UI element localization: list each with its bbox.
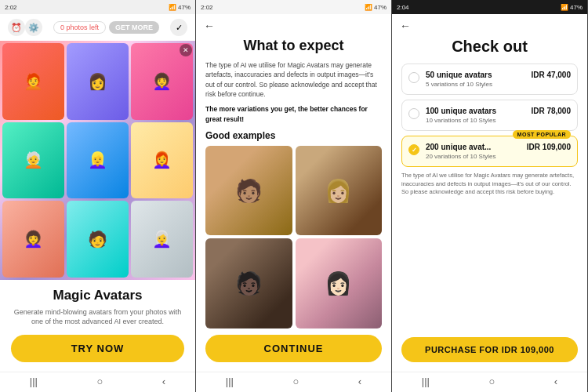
close-button[interactable]: ✕ (180, 44, 192, 56)
avatar-cell-7: 👩‍🦱 (2, 201, 64, 278)
photos-left-badge: 0 photos left (53, 21, 106, 34)
status-time-1: 2:02 (5, 4, 17, 11)
status-bar-1: 2:02 📶 47% (0, 0, 195, 14)
status-bar-3: 2:04 📶 47% (392, 0, 587, 14)
radio-1[interactable] (408, 72, 419, 83)
example-cell-3: 🧑🏿 (205, 238, 292, 328)
pricing-name-1: 50 unique avatars (426, 71, 492, 79)
status-icons-2: 📶 47% (365, 4, 387, 11)
phone3-header: ← (392, 14, 587, 38)
avatar-cell-2: 👩 (67, 43, 129, 120)
avatar-cell-1: 🧑‍🦰 (2, 43, 64, 120)
try-now-button[interactable]: TRY NOW (11, 335, 184, 362)
continue-button[interactable]: CONTINUE (205, 335, 382, 362)
status-bar-2: 2:02 📶 47% (196, 0, 391, 14)
check-icon[interactable]: ✓ (170, 19, 187, 36)
pricing-info-3: 200 unique avat... IDR 109,000 20 variat… (426, 143, 571, 160)
pricing-name-3: 200 unique avat... (426, 143, 491, 151)
status-icons-3: 📶 47% (561, 4, 583, 11)
top-bar-1: ⏰ ⚙️ 0 photos left GET MORE ✓ (0, 14, 195, 41)
pricing-info-2: 100 unique avatars IDR 78,000 10 variati… (426, 107, 571, 124)
pricing-info-1: 50 unique avatars IDR 47,000 5 variation… (426, 71, 571, 88)
example-cell-4: 👩🏻 (296, 238, 383, 328)
phone2-footer: CONTINUE (196, 328, 391, 372)
phone1-bottom: Magic Avatars Generate mind-blowing avat… (0, 280, 195, 372)
nav-bar-1: ||| ○ ‹ (0, 372, 195, 392)
example-cell-2: 👩🏼 (296, 146, 383, 236)
get-more-button[interactable]: GET MORE (109, 21, 159, 34)
nav-back-icon-3[interactable]: ‹ (554, 376, 557, 387)
example-face-3: 🧑🏿 (205, 238, 292, 328)
clock-icon[interactable]: ⏰ (8, 19, 25, 36)
phone3-footer: PURCHASE FOR IDR 109,000 (392, 332, 587, 372)
gear-icon[interactable]: ⚙️ (25, 19, 42, 36)
examples-grid: 🧑🏽 👩🏼 🧑🏿 👩🏻 (205, 146, 382, 328)
pricing-price-2: IDR 78,000 (531, 107, 571, 115)
pricing-option-1[interactable]: 50 unique avatars IDR 47,000 5 variation… (401, 64, 578, 95)
photos-left-text: 0 photos left (60, 24, 99, 31)
pricing-name-2: 100 unique avatars (426, 107, 496, 115)
purchase-button[interactable]: PURCHASE FOR IDR 109,000 (401, 337, 578, 362)
phone-2: 2:02 📶 47% ← What to expect The type of … (196, 0, 392, 392)
phone2-header: ← (196, 14, 391, 38)
pricing-option-2[interactable]: 100 unique avatars IDR 78,000 10 variati… (401, 100, 578, 131)
example-face-1: 🧑🏽 (205, 146, 292, 236)
phone3-content: 50 unique avatars IDR 47,000 5 variation… (392, 64, 587, 332)
radio-2[interactable] (408, 108, 419, 119)
pricing-price-3: IDR 109,000 (527, 143, 571, 151)
status-icons-1: 📶 47% (169, 4, 191, 11)
nav-menu-icon[interactable]: ||| (30, 376, 38, 387)
example-face-4: 👩🏻 (296, 238, 383, 328)
nav-back-icon[interactable]: ‹ (162, 376, 165, 387)
status-time-3: 2:04 (397, 4, 409, 11)
nav-home-icon-2[interactable]: ○ (292, 376, 299, 387)
pricing-main-2: 100 unique avatars IDR 78,000 (426, 107, 571, 115)
pricing-main-3: 200 unique avat... IDR 109,000 (426, 143, 571, 151)
expect-title: What to expect (205, 38, 382, 54)
nav-bar-3: ||| ○ ‹ (392, 372, 587, 392)
radio-check-3: ✓ (412, 147, 417, 154)
pricing-option-3[interactable]: MOST POPULAR ✓ 200 unique avat... IDR 10… (401, 136, 578, 167)
avatar-cell-5: 👱‍♀️ (67, 122, 129, 199)
phone-1: 2:02 📶 47% ⏰ ⚙️ 0 photos left GET MORE ✓… (0, 0, 196, 392)
example-face-2: 👩🏼 (296, 146, 383, 236)
back-arrow-2[interactable]: ← (204, 20, 215, 32)
pricing-sub-2: 10 variations of 10 Styles (426, 117, 571, 124)
most-popular-badge: MOST POPULAR (513, 130, 571, 139)
avatar-cell-4: 🧑‍🦳 (2, 122, 64, 199)
good-examples-title: Good examples (205, 130, 382, 141)
radio-3[interactable]: ✓ (408, 144, 419, 155)
avatar-cell-6: 👩‍🦰 (131, 122, 193, 199)
expect-bold: The more variations you get, the better … (205, 104, 382, 124)
pricing-sub-1: 5 variations of 10 Styles (426, 81, 571, 88)
status-time-2: 2:02 (201, 4, 213, 11)
pricing-sub-3: 20 variations of 10 Styles (426, 153, 571, 160)
avatar-grid-container: ✕ 🧑‍🦰 👩 👩‍🦱 🧑‍🦳 👱‍♀️ 👩‍🦰 👩‍🦱 🧑 👩‍🦳 (0, 41, 195, 280)
phone2-content: What to expect The type of AI we utilise… (196, 38, 391, 328)
pricing-price-1: IDR 47,000 (531, 71, 571, 79)
avatar-cell-9: 👩‍🦳 (131, 201, 193, 278)
phone-3: 2:04 📶 47% ← Check out 50 unique avatars… (392, 0, 588, 392)
nav-home-icon-3[interactable]: ○ (488, 376, 495, 387)
expect-body: The type of AI we utilise for Magic Avat… (205, 60, 382, 99)
nav-menu-icon-2[interactable]: ||| (226, 376, 234, 387)
nav-menu-icon-3[interactable]: ||| (422, 376, 430, 387)
magic-subtitle: Generate mind-blowing avatars from your … (11, 307, 184, 327)
pricing-main-1: 50 unique avatars IDR 47,000 (426, 71, 571, 79)
example-cell-1: 🧑🏽 (205, 146, 292, 236)
phone3-disclaimer: The type of AI we utilise for Magic Avat… (401, 172, 578, 197)
magic-title: Magic Avatars (11, 288, 184, 303)
back-arrow-3[interactable]: ← (400, 20, 411, 32)
avatar-grid: 🧑‍🦰 👩 👩‍🦱 🧑‍🦳 👱‍♀️ 👩‍🦰 👩‍🦱 🧑 👩‍🦳 (0, 41, 195, 280)
nav-back-icon-2[interactable]: ‹ (358, 376, 361, 387)
avatar-cell-8: 🧑 (67, 201, 129, 278)
checkout-title: Check out (392, 38, 587, 56)
nav-bar-2: ||| ○ ‹ (196, 372, 391, 392)
nav-home-icon[interactable]: ○ (96, 376, 103, 387)
